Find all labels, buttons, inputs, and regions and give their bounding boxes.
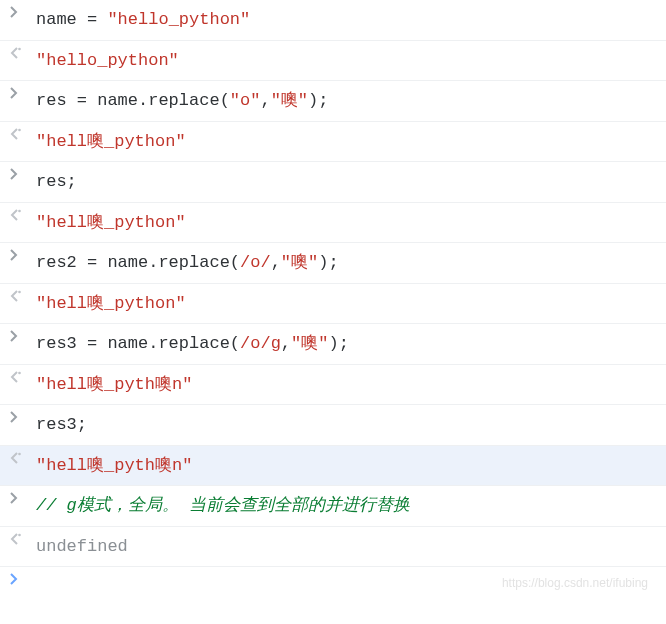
code-segment-plain: res; [36, 172, 77, 191]
console-output-row[interactable]: "hell噢_pyth噢n" [0, 365, 666, 406]
console-output-row[interactable]: "hell噢_python" [0, 203, 666, 244]
code-segment-comment: // g模式，全局。 当前会查到全部的并进行替换 [36, 496, 410, 515]
code-segment-string: "hell噢_python" [36, 213, 186, 232]
code-segment-string: "hello_python" [107, 10, 250, 29]
output-result-icon [8, 533, 36, 545]
code-segment-plain: res = name.replace( [36, 91, 230, 110]
output-result-icon [8, 290, 36, 302]
input-prompt-icon [8, 6, 36, 18]
console-input-text: name = "hello_python" [36, 6, 666, 34]
code-segment-plain: ); [318, 253, 338, 272]
input-prompt-icon [8, 249, 36, 261]
console-input-text: res3; [36, 411, 666, 439]
output-result-icon [8, 371, 36, 383]
console-input-row[interactable]: name = "hello_python" [0, 0, 666, 41]
output-result-icon [8, 47, 36, 59]
input-prompt-icon [8, 330, 36, 342]
code-segment-regex: /o/ [240, 253, 271, 272]
console-output-text: "hell噢_python" [36, 209, 666, 237]
console-input-row[interactable]: res = name.replace("o","噢"); [0, 81, 666, 122]
code-segment-string: "hell噢_python" [36, 294, 186, 313]
console-output-text: "hell噢_pyth噢n" [36, 452, 666, 480]
svg-point-5 [18, 452, 21, 455]
input-prompt-icon [8, 87, 36, 99]
code-segment-string: "噢" [291, 334, 328, 353]
console-output-row[interactable]: undefined [0, 527, 666, 568]
console-output-row[interactable]: "hell噢_python" [0, 284, 666, 325]
svg-point-2 [18, 209, 21, 212]
input-prompt-icon [8, 492, 36, 504]
svg-point-4 [18, 371, 21, 374]
input-prompt-icon [8, 573, 36, 585]
code-segment-plain: res2 = name.replace( [36, 253, 240, 272]
code-segment-string: "o" [230, 91, 261, 110]
svg-point-0 [18, 47, 21, 50]
console-input-row[interactable]: res2 = name.replace(/o/,"噢"); [0, 243, 666, 284]
output-result-icon [8, 128, 36, 140]
code-segment-string: "hell噢_pyth噢n" [36, 375, 192, 394]
code-segment-undef: undefined [36, 537, 128, 556]
output-result-icon [8, 209, 36, 221]
svg-point-3 [18, 290, 21, 293]
code-segment-regex: /o/g [240, 334, 281, 353]
code-segment-string: "hell噢_pyth噢n" [36, 456, 192, 475]
console-output-row[interactable]: "hello_python" [0, 41, 666, 82]
code-segment-plain: ); [328, 334, 348, 353]
console-input-text: res; [36, 168, 666, 196]
code-segment-string: "hello_python" [36, 51, 179, 70]
input-prompt-icon [8, 168, 36, 180]
console-input-row[interactable]: res3 = name.replace(/o/g,"噢"); [0, 324, 666, 365]
code-segment-plain: , [281, 334, 291, 353]
console-input-text: res2 = name.replace(/o/,"噢"); [36, 249, 666, 277]
console-output-text: "hell噢_python" [36, 290, 666, 318]
output-result-icon [8, 452, 36, 464]
watermark-text: https://blog.csdn.net/ifubing [502, 576, 648, 590]
console-input-text: res = name.replace("o","噢"); [36, 87, 666, 115]
code-segment-plain: name = [36, 10, 107, 29]
code-segment-string: "噢" [271, 91, 308, 110]
console-input-row[interactable]: res; [0, 162, 666, 203]
console-input-text: res3 = name.replace(/o/g,"噢"); [36, 330, 666, 358]
input-prompt-icon [8, 411, 36, 423]
code-segment-plain: res3 = name.replace( [36, 334, 240, 353]
console-output-text: "hell噢_python" [36, 128, 666, 156]
code-segment-plain: , [260, 91, 270, 110]
code-segment-plain: , [271, 253, 281, 272]
code-segment-string: "hell噢_python" [36, 132, 186, 151]
svg-point-6 [18, 533, 21, 536]
code-segment-plain: ); [308, 91, 328, 110]
code-segment-plain: res3; [36, 415, 87, 434]
console-panel[interactable]: name = "hello_python""hello_python"res =… [0, 0, 666, 567]
svg-point-1 [18, 128, 21, 131]
console-input-row[interactable]: res3; [0, 405, 666, 446]
console-output-text: undefined [36, 533, 666, 561]
console-input-row[interactable]: // g模式，全局。 当前会查到全部的并进行替换 [0, 486, 666, 527]
code-segment-string: "噢" [281, 253, 318, 272]
console-output-text: "hell噢_pyth噢n" [36, 371, 666, 399]
console-input-text: // g模式，全局。 当前会查到全部的并进行替换 [36, 492, 666, 520]
console-output-text: "hello_python" [36, 47, 666, 75]
console-output-row[interactable]: "hell噢_pyth噢n" [0, 446, 666, 487]
console-output-row[interactable]: "hell噢_python" [0, 122, 666, 163]
